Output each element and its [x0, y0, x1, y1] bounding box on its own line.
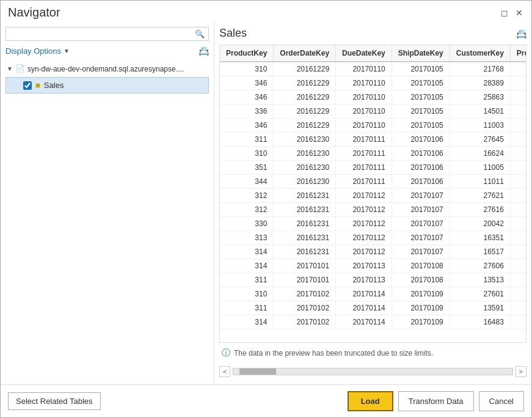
display-options-bar: Display Options ▼ 📇 — [5, 46, 209, 56]
table-cell: 344 — [220, 175, 274, 189]
table-cell: 20170111 — [336, 161, 392, 175]
truncate-message: The data in the preview has been truncat… — [234, 349, 433, 358]
table-row: 31220161231201701122017010727621 — [220, 189, 527, 203]
table-cell: 20161229 — [274, 105, 336, 119]
table-cell: 20170108 — [392, 259, 450, 273]
col-header-shipdatekey: ShipDateKey — [392, 45, 450, 62]
transform-button[interactable]: Transform Data — [398, 391, 474, 411]
table-checkbox[interactable] — [23, 81, 32, 90]
right-panel: Sales 📇 ProductKey OrderDateKey DueDateK… — [214, 22, 531, 384]
table-cell: 20161230 — [274, 175, 336, 189]
table-label: Sales — [44, 81, 64, 90]
table-cell: 20161231 — [274, 189, 336, 203]
table-cell: 346 — [220, 90, 274, 105]
table-cell: 310 — [220, 287, 274, 301]
table-cell: 312 — [220, 189, 274, 203]
server-node[interactable]: ▼ 📄 syn-dw-aue-dev-ondemand.sql.azuresyn… — [5, 62, 209, 76]
table-cell: 11003 — [450, 119, 510, 133]
scroll-left-button[interactable]: < — [219, 366, 230, 377]
display-options-arrow-icon: ▼ — [64, 48, 70, 54]
table-cell: 16483 — [450, 315, 510, 329]
table-cell: 20170105 — [392, 90, 450, 105]
table-cell: 20161229 — [274, 90, 336, 105]
table-cell: 20170106 — [392, 133, 450, 147]
table-cell: 20170110 — [336, 62, 392, 76]
table-row: 31120170101201701132017010813513 — [220, 273, 527, 287]
table-row: 33620161229201701102017010514501 — [220, 105, 527, 119]
table-tree-item[interactable]: ■ Sales — [5, 77, 209, 94]
table-cell: 20170107 — [392, 245, 450, 259]
table-cell: 346 — [220, 119, 274, 133]
table-cell: 20170110 — [336, 76, 392, 90]
table-cell: 27645 — [450, 133, 510, 147]
restore-button[interactable]: ◻ — [500, 8, 509, 18]
table-cell — [510, 175, 527, 189]
display-options-button[interactable]: Display Options — [5, 46, 61, 56]
scroll-right-button[interactable]: > — [516, 366, 527, 377]
table-cell — [510, 315, 527, 329]
footer: Select Related Tables Load Transform Dat… — [1, 384, 531, 417]
table-cell — [510, 273, 527, 287]
table-cell: 20161229 — [274, 62, 336, 76]
table-cell: 336 — [220, 105, 274, 119]
display-options-extra-icon[interactable]: 📇 — [199, 46, 209, 56]
table-cell: 314 — [220, 259, 274, 273]
table-cell: 313 — [220, 231, 274, 245]
table-cell: 20170114 — [336, 301, 392, 315]
server-label: syn-dw-aue-dev-ondemand.sql.azuresynapse… — [27, 65, 184, 73]
table-row: 31320161231201701122017010716351 — [220, 231, 527, 245]
load-button[interactable]: Load — [348, 391, 393, 411]
scrollbar-area: < > — [219, 364, 527, 380]
table-cell: 20170105 — [392, 76, 450, 90]
table-cell: 20170105 — [392, 105, 450, 119]
col-header-productkey: ProductKey — [220, 45, 274, 62]
preview-extra-icon[interactable]: 📇 — [516, 29, 527, 38]
title-bar: Navigator ◻ ✕ — [1, 1, 531, 22]
main-content: 🔍 Display Options ▼ 📇 ▼ 📄 syn-dw-aue-dev… — [1, 22, 531, 384]
table-cell: 20161231 — [274, 203, 336, 217]
table-cell — [510, 161, 527, 175]
table-cell: 310 — [220, 147, 274, 161]
table-cell: 20161230 — [274, 147, 336, 161]
table-cell: 20170112 — [336, 189, 392, 203]
col-header-customerkey: CustomerKey — [450, 45, 510, 62]
table-cell: 27606 — [450, 259, 510, 273]
search-input[interactable] — [10, 29, 195, 38]
table-cell — [510, 90, 527, 105]
preview-title: Sales — [219, 27, 247, 40]
table-cell — [510, 62, 527, 76]
table-cell: 20170105 — [392, 119, 450, 133]
table-row: 31420170102201701142017010916483 — [220, 315, 527, 329]
scroll-track[interactable] — [233, 368, 512, 375]
table-row: 34620161229201701102017010511003 — [220, 119, 527, 133]
table-cell: 20170114 — [336, 315, 392, 329]
tree-area: ▼ 📄 syn-dw-aue-dev-ondemand.sql.azuresyn… — [5, 62, 209, 380]
table-cell: 20170107 — [392, 203, 450, 217]
footer-right: Load Transform Data Cancel — [348, 391, 524, 411]
table-cell: 311 — [220, 301, 274, 315]
table-cell: 27601 — [450, 287, 510, 301]
select-related-button[interactable]: Select Related Tables — [8, 392, 101, 410]
table-cell: 20170112 — [336, 217, 392, 231]
server-icon: 📄 — [15, 64, 25, 73]
title-controls: ◻ ✕ — [500, 8, 524, 18]
table-cell: 20170102 — [274, 301, 336, 315]
table-cell: 20161231 — [274, 231, 336, 245]
table-row: 34420161230201701112017010611011 — [220, 175, 527, 189]
table-cell: 20170109 — [392, 315, 450, 329]
close-button[interactable]: ✕ — [514, 8, 524, 18]
table-row: 31020161229201701102017010521768 — [220, 62, 527, 76]
truncate-notice: ⓘ The data in the preview has been trunc… — [219, 343, 527, 364]
table-cell: 20042 — [450, 217, 510, 231]
table-cell — [510, 76, 527, 90]
table-cell: 314 — [220, 315, 274, 329]
table-cell: 20161229 — [274, 119, 336, 133]
cancel-button[interactable]: Cancel — [479, 391, 524, 411]
table-cell: 311 — [220, 273, 274, 287]
table-row: 35120161230201701112017010611005 — [220, 161, 527, 175]
table-cell: 310 — [220, 62, 274, 76]
scroll-thumb — [239, 369, 276, 375]
table-cell: 20161231 — [274, 245, 336, 259]
table-row: 31120161230201701112017010627645 — [220, 133, 527, 147]
col-header-orderdatekey: OrderDateKey — [274, 45, 336, 62]
